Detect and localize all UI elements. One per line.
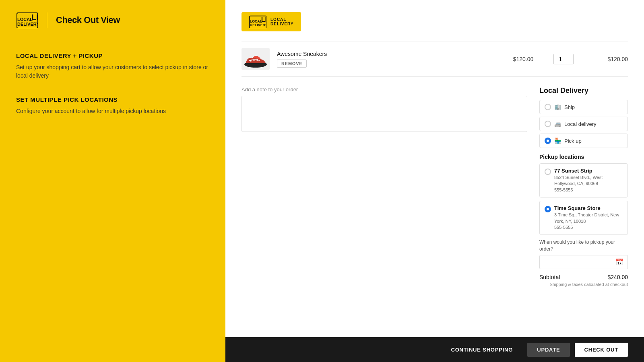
product-row: Awesome Sneakers REMOVE $120.00 $120.00	[242, 41, 628, 77]
delivery-option-local[interactable]: 🚐 Local delivery	[539, 117, 628, 131]
product-price: $120.00	[499, 56, 547, 62]
delivery-option-ship[interactable]: 🏢 Ship	[539, 100, 628, 114]
svg-text:LOCAL: LOCAL	[17, 17, 33, 22]
ship-icon: 🏢	[554, 104, 561, 110]
svg-point-13	[256, 59, 258, 61]
svg-text:LD: LD	[261, 16, 266, 23]
location-name-timesquare: Time Square Store	[554, 205, 623, 211]
location-card-sunset[interactable]: 77 Sunset Strip 8524 Sunset Blvd., West …	[539, 163, 628, 197]
ship-label: Ship	[564, 104, 575, 110]
radio-timesquare	[545, 206, 551, 212]
logo: LOCAL DELIVERY LD	[16, 12, 38, 28]
delivery-option-pickup[interactable]: 🏪 Pick up	[539, 134, 628, 148]
product-name: Awesome Sneakers	[277, 51, 499, 57]
calendar-icon: 📅	[615, 258, 623, 266]
location-addr-sunset: 8524 Sunset Blvd., West Hollywood, CA, 9…	[554, 175, 623, 193]
pickup-locations-title: Pickup locations	[539, 154, 628, 160]
product-image	[242, 48, 270, 70]
subtotal-label: Subtotal	[539, 274, 560, 280]
pickup-time-input[interactable]: 📅	[539, 255, 628, 269]
subtotal-row: Subtotal $240.00	[539, 274, 628, 280]
feature-desc-2: Configure your account to allow for mult…	[16, 107, 209, 115]
right-panel: LOCAL DELIVERY LD LOCAL DELIVERY	[225, 0, 644, 362]
feature-title-1: LOCAL DELIVERY + PICKUP	[16, 52, 209, 59]
pickup-label: Pick up	[564, 138, 582, 144]
radio-sunset	[545, 169, 551, 175]
cart-logo: LOCAL DELIVERY LD LOCAL DELIVERY	[242, 12, 628, 31]
left-panel: LOCAL DELIVERY LD Check Out View LOCAL D…	[0, 0, 225, 362]
pickup-time-label: When would you like to pickup your order…	[539, 239, 628, 253]
cart-logo-text-2: DELIVERY	[270, 22, 294, 26]
cart-area: LOCAL DELIVERY LD LOCAL DELIVERY	[225, 0, 644, 337]
order-note-textarea[interactable]	[242, 96, 527, 132]
main-content-row: Add a note to your order Local Delivery …	[242, 86, 628, 287]
location-info-sunset: 77 Sunset Strip 8524 Sunset Blvd., West …	[554, 168, 623, 193]
quantity-input[interactable]	[553, 54, 574, 64]
location-addr-timesquare: 3 Time Sq., Theater District, New York, …	[554, 212, 623, 230]
svg-text:DELIVERY: DELIVERY	[17, 22, 38, 27]
feature-title-2: SET MULTIPLE PICK LOCATIONS	[16, 96, 209, 103]
continue-shopping-button[interactable]: CONTINUE SHOPPING	[441, 343, 522, 357]
location-name-sunset: 77 Sunset Strip	[554, 168, 623, 174]
note-section: Add a note to your order	[242, 86, 527, 287]
shipping-note: Shipping & taxes calculated at checkout	[539, 282, 628, 287]
local-delivery-icon: 🚐	[554, 121, 561, 127]
logo-icon: LOCAL DELIVERY LD	[16, 12, 38, 28]
radio-pickup	[545, 138, 551, 144]
feature-local-delivery: LOCAL DELIVERY + PICKUP Set up your shop…	[16, 52, 209, 80]
footer-bar: CONTINUE SHOPPING UPDATE CHECK OUT	[225, 337, 644, 362]
svg-point-11	[250, 60, 252, 62]
header-divider	[47, 12, 47, 28]
svg-text:LOCAL: LOCAL	[250, 19, 262, 23]
radio-local	[545, 121, 551, 127]
location-info-timesquare: Time Square Store 3 Time Sq., Theater Di…	[554, 205, 623, 230]
update-button[interactable]: UPDATE	[527, 343, 570, 357]
checkout-button[interactable]: CHECK OUT	[575, 343, 628, 357]
delivery-section: Local Delivery 🏢 Ship 🚐 Local delivery �	[539, 86, 628, 287]
svg-text:LD: LD	[31, 13, 38, 22]
pickup-icon: 🏪	[554, 138, 561, 144]
note-label: Add a note to your order	[242, 86, 527, 93]
remove-button[interactable]: REMOVE	[277, 60, 307, 68]
feature-multiple-pick: SET MULTIPLE PICK LOCATIONS Configure yo…	[16, 96, 209, 115]
location-card-timesquare[interactable]: Time Square Store 3 Time Sq., Theater Di…	[539, 201, 628, 235]
feature-desc-1: Set up your shopping cart to allow your …	[16, 63, 209, 80]
page-title: Check Out View	[56, 15, 120, 25]
cart-logo-text-1: LOCAL	[270, 17, 294, 22]
delivery-title: Local Delivery	[539, 86, 628, 95]
cart-logo-icon: LOCAL DELIVERY LD	[249, 15, 266, 28]
product-info: Awesome Sneakers REMOVE	[277, 51, 499, 68]
sneaker-icon	[243, 49, 269, 69]
product-qty	[547, 54, 580, 64]
subtotal-value: $240.00	[607, 274, 628, 280]
svg-point-12	[253, 59, 255, 61]
local-delivery-label: Local delivery	[564, 121, 597, 127]
left-header: LOCAL DELIVERY LD Check Out View	[16, 12, 209, 28]
product-total: $120.00	[580, 56, 628, 62]
svg-text:DELIVERY: DELIVERY	[250, 23, 266, 27]
radio-ship	[545, 104, 551, 110]
